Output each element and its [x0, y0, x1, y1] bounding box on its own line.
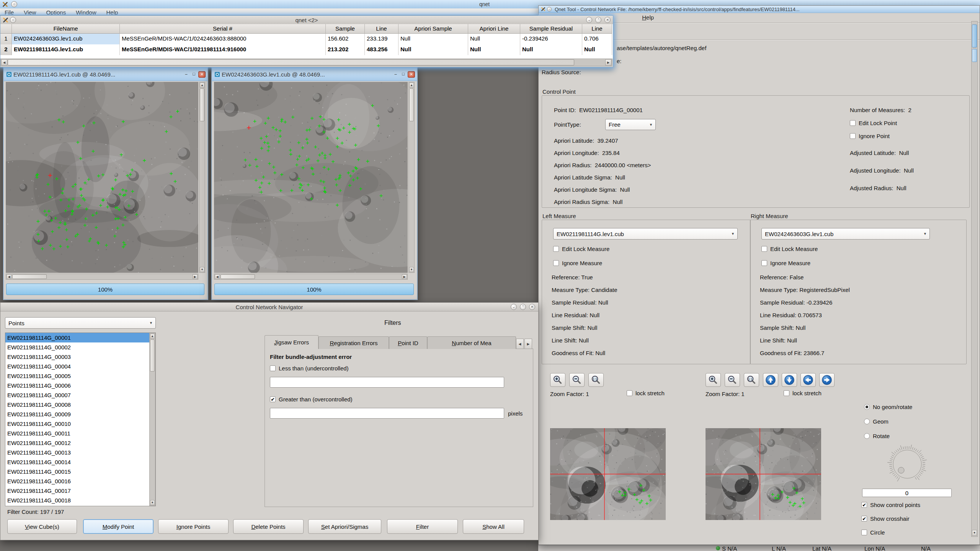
- table-cell[interactable]: EW0211981114G.lev1.cub: [12, 44, 120, 55]
- measure-cube-combo[interactable]: EW0211981114G.lev1.cub▼: [553, 228, 738, 240]
- measure-cube-combo[interactable]: EW0242463603G.lev1.cub▼: [761, 228, 930, 240]
- table-cell[interactable]: Null: [468, 44, 520, 55]
- viewer2-hscrollbar[interactable]: ◀ ▶: [214, 274, 408, 280]
- scroll-up-icon[interactable]: ▲: [409, 83, 414, 88]
- point-type-combo[interactable]: Free▼: [605, 119, 656, 130]
- window-menu-icon[interactable]: ○: [11, 1, 17, 7]
- checkbox-show-crosshair[interactable]: ✔Show crosshair: [861, 515, 910, 522]
- tab-scroll-right-icon[interactable]: ▶: [524, 339, 532, 349]
- scrollbar-thumb[interactable]: [409, 88, 414, 121]
- list-item[interactable]: EW0211981114G_00002: [5, 342, 155, 352]
- radio-geom[interactable]: Geom: [864, 418, 889, 425]
- scroll-left-icon[interactable]: ◀: [215, 274, 220, 279]
- viewer2-titlebar[interactable]: EW0242463603G.lev1.cub @ 48.0469... – □ …: [212, 68, 417, 81]
- list-item[interactable]: EW0211981114G_00017: [5, 486, 155, 496]
- list-item[interactable]: EW0211981114G_00013: [5, 448, 155, 457]
- zoom-in-icon[interactable]: [550, 373, 565, 387]
- viewer1-hscrollbar[interactable]: ◀ ▶: [6, 274, 198, 280]
- table-cell[interactable]: Null: [468, 34, 520, 44]
- qnet2-titlebar[interactable]: ○ qnet <2> ⌄ ⌃ ✕: [0, 16, 613, 24]
- scroll-right-icon[interactable]: ▶: [402, 274, 407, 279]
- greater-than-checkbox[interactable]: ✔Greater than (overcontrolled): [270, 396, 353, 403]
- list-item[interactable]: EW0211981114G_00003: [5, 352, 155, 362]
- scrollbar-thumb2[interactable]: [972, 49, 977, 62]
- viewer2-vscrollbar[interactable]: ▲ ▼: [408, 82, 415, 273]
- scroll-up-icon[interactable]: ▲: [150, 334, 155, 339]
- list-item[interactable]: EW0211981114G_00012: [5, 438, 155, 448]
- scroll-left-icon[interactable]: ◀: [1, 59, 7, 65]
- radio-rotate[interactable]: Rotate: [864, 433, 890, 439]
- table-cell[interactable]: Null: [582, 44, 612, 55]
- column-header-apriori-sample[interactable]: Apriori Sample: [399, 24, 468, 34]
- viewer1-titlebar[interactable]: EW0211981114G.lev1.cub @ 48.0469... – □ …: [4, 68, 207, 81]
- minimize-icon[interactable]: ⌄: [511, 304, 517, 310]
- table-cell[interactable]: EW0242463603G.lev1.cub: [12, 34, 120, 44]
- maximize-icon[interactable]: □: [400, 71, 407, 77]
- tab-scroll-left-icon[interactable]: ◀: [516, 339, 524, 349]
- list-item[interactable]: EW0211981114G_00006: [5, 381, 155, 390]
- less-than-checkbox[interactable]: Less than (undercontrolled): [270, 365, 349, 372]
- main-menu-file[interactable]: File: [5, 9, 14, 15]
- tab-jigsaw-errors[interactable]: Jigsaw Errors: [265, 335, 318, 349]
- measure-checkbox-edit-lock-measure[interactable]: Edit Lock Measure: [761, 246, 818, 252]
- maximize-icon[interactable]: ⌃: [520, 304, 526, 310]
- scrollbar-thumb[interactable]: [200, 88, 204, 121]
- scrollbar-thumb[interactable]: [150, 339, 155, 372]
- points-list[interactable]: EW0211981114G_00001EW0211981114G_00002EW…: [5, 333, 156, 506]
- column-header-line[interactable]: Line: [365, 24, 399, 34]
- scrollbar-thumb[interactable]: [972, 24, 977, 47]
- table-cell[interactable]: Null: [399, 34, 468, 44]
- ignore-points-button[interactable]: Ignore Points: [158, 519, 229, 534]
- list-item[interactable]: EW0211981114G_00011: [5, 429, 155, 438]
- minimize-icon[interactable]: ⌄: [586, 17, 592, 23]
- main-menu-window[interactable]: Window: [76, 9, 96, 15]
- pan-down-icon[interactable]: [782, 373, 797, 387]
- list-item[interactable]: EW0211981114G_00007: [5, 390, 155, 400]
- window-menu-icon[interactable]: ○: [547, 7, 552, 11]
- scroll-down-icon[interactable]: ▼: [200, 267, 204, 272]
- checkbox-circle[interactable]: Circle: [861, 529, 885, 536]
- table-cell[interactable]: MeSSEnGeR/MDIS-WAC/1/0211981114:916000: [120, 44, 326, 55]
- zoom-out-icon[interactable]: [725, 373, 740, 387]
- list-item[interactable]: EW0211981114G_00008: [5, 400, 155, 409]
- close-icon[interactable]: ✕: [408, 71, 415, 78]
- list-item[interactable]: EW0211981114G_00015: [5, 467, 155, 476]
- filter-button[interactable]: Filter: [387, 519, 458, 534]
- column-header-filename[interactable]: FileName: [12, 24, 120, 34]
- list-item[interactable]: EW0211981114G_00016: [5, 476, 155, 486]
- qnet2-hscrollbar[interactable]: ◀ ▶: [0, 59, 612, 66]
- show-all-button[interactable]: Show All: [463, 519, 524, 534]
- points-combo[interactable]: Points▼: [5, 317, 156, 329]
- rotation-value-input[interactable]: [862, 489, 952, 497]
- table-cell[interactable]: 0.706: [582, 34, 612, 44]
- less-than-input[interactable]: [270, 377, 504, 388]
- table-cell[interactable]: 483.256: [365, 44, 399, 55]
- list-item[interactable]: EW0211981114G_00009: [5, 409, 155, 419]
- qnet2-table[interactable]: FileNameSerial #SampleLineApriori Sample…: [0, 24, 613, 59]
- tab-number-of-mea[interactable]: Number of Mea: [427, 336, 516, 349]
- view-cube-s--button[interactable]: View Cube(s): [7, 519, 77, 534]
- scroll-down-icon[interactable]: ▼: [150, 500, 155, 505]
- close-icon[interactable]: ✕: [529, 304, 535, 310]
- scroll-up-icon[interactable]: ▲: [200, 83, 204, 88]
- main-menu-view[interactable]: View: [24, 9, 36, 15]
- minimize-icon[interactable]: –: [183, 71, 189, 77]
- tool-menu-help[interactable]: Help: [642, 14, 654, 21]
- set-apriori-sigmas-button[interactable]: Set Apriori/Sigmas: [308, 519, 381, 534]
- column-header-line[interactable]: Line: [582, 24, 612, 34]
- list-item[interactable]: EW0211981114G_00005: [5, 371, 155, 381]
- viewer1-zoom-button[interactable]: 100%: [6, 284, 204, 295]
- rotation-dial[interactable]: [879, 437, 936, 493]
- pan-left-icon[interactable]: [800, 373, 816, 387]
- table-cell[interactable]: Null: [520, 44, 582, 55]
- list-item[interactable]: EW0211981114G_00010: [5, 419, 155, 429]
- table-cell[interactable]: 156.602: [326, 34, 365, 44]
- measure-checkbox-ignore-measure[interactable]: Ignore Measure: [553, 260, 602, 266]
- table-row[interactable]: 1EW0242463603G.lev1.cubMeSSEnGeR/MDIS-WA…: [0, 34, 613, 44]
- column-header-sample-residual[interactable]: Sample Residual: [520, 24, 582, 34]
- table-cell[interactable]: Null: [399, 44, 468, 55]
- list-item[interactable]: EW0211981114G_00019: [5, 505, 155, 506]
- column-header-serial-[interactable]: Serial #: [120, 24, 326, 34]
- cp-checkbox-edit-lock-point[interactable]: Edit Lock Point: [850, 120, 897, 126]
- minimize-icon[interactable]: –: [392, 71, 399, 77]
